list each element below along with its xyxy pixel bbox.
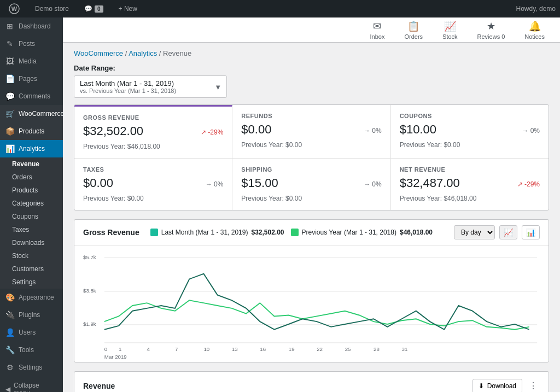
legend-checkbox-1[interactable] (150, 229, 158, 236)
download-icon: ⬇ (479, 382, 484, 390)
x-label-16: 16 (260, 346, 266, 352)
submenu-item-downloads[interactable]: Downloads (0, 236, 63, 249)
submenu-item-customers[interactable]: Customers (0, 262, 63, 276)
orders-label: Orders (404, 33, 423, 40)
orders-button[interactable]: 📋 Orders (400, 18, 427, 42)
sidebar-item-settings[interactable]: ⚙ Settings (0, 359, 63, 376)
main-content: ✉ Inbox 📋 Orders 📈 Stock ★ Reviews 0 🔔 (63, 17, 560, 392)
sidebar-item-media[interactable]: 🖼 Media (0, 52, 63, 70)
net-revenue-previous: Previous Year: $46,018.00 (400, 195, 540, 202)
x-label-10: 10 (203, 346, 209, 352)
comments-button[interactable]: 💬 0 (80, 0, 108, 17)
media-icon: 🖼 (5, 57, 14, 66)
notices-button[interactable]: 🔔 Notices (520, 18, 549, 42)
inbox-label: Inbox (370, 33, 385, 40)
sidebar-item-products[interactable]: 📦 Products (0, 122, 63, 140)
sidebar-item-users[interactable]: 👤 Users (0, 324, 63, 341)
legend-checkbox-2[interactable] (291, 229, 299, 236)
shipping-value: $15.00 (241, 176, 278, 190)
chart-body: $5.7k $3.8k $1.9k (74, 245, 549, 362)
submenu-item-products[interactable]: Products (0, 184, 63, 197)
stat-refunds: REFUNDS $0.00 → 0% Previous Year: $0.00 (232, 105, 390, 158)
site-name-button[interactable]: Demo store (31, 0, 73, 17)
submenu-label-customers: Customers (12, 265, 44, 273)
new-content-button[interactable]: + New (114, 0, 142, 17)
sidebar-label-products: Products (19, 127, 44, 135)
refunds-label: REFUNDS (241, 113, 381, 119)
stat-coupons: COUPONS $10.00 → 0% Previous Year: $0.00 (391, 105, 549, 158)
sidebar-label-pages: Pages (19, 75, 37, 83)
stats-row-2: TAXES $0.00 → 0% Previous Year: $0.00 SH… (74, 159, 549, 210)
orders-icon: 📋 (407, 20, 419, 32)
sidebar-label-settings: Settings (19, 364, 42, 371)
submenu-item-orders[interactable]: Orders (0, 171, 63, 184)
sidebar-item-pages[interactable]: 📄 Pages (0, 70, 63, 87)
submenu-item-taxes[interactable]: Taxes (0, 223, 63, 236)
sidebar-item-analytics[interactable]: 📊 Analytics (0, 140, 63, 157)
revenue-table-header: Revenue ⬇ Download ⋮ (74, 372, 549, 392)
submenu-item-settings[interactable]: Settings (0, 276, 63, 289)
stat-gross-revenue: GROSS REVENUE $32,502.00 ↗ -29% Previous… (74, 105, 232, 158)
svg-text:W: W (11, 5, 18, 12)
revenue-actions: ⬇ Download ⋮ (472, 378, 540, 392)
by-day-select[interactable]: By day (454, 225, 495, 239)
chart-legend-1: Last Month (Mar 1 - 31, 2019) $32,502.00 (150, 229, 284, 236)
breadcrumb-analytics[interactable]: Analytics (129, 49, 157, 57)
date-range-select[interactable]: Last Month (Mar 1 - 31, 2019) vs. Previo… (74, 75, 227, 98)
sidebar-item-tools[interactable]: 🔧 Tools (0, 341, 63, 359)
refunds-value: $0.00 (241, 122, 271, 137)
line-chart-button[interactable]: 📈 (499, 225, 517, 239)
submenu-item-stock[interactable]: Stock (0, 249, 63, 262)
sidebar-item-appearance[interactable]: 🎨 Appearance (0, 289, 63, 306)
notices-icon: 🔔 (529, 20, 541, 32)
settings-icon: ⚙ (5, 363, 14, 372)
net-revenue-delta: ↗ -29% (517, 180, 540, 188)
bar-chart-button[interactable]: 📊 (522, 225, 540, 239)
notices-label: Notices (524, 33, 545, 40)
submenu-item-categories[interactable]: Categories (0, 197, 63, 210)
sidebar-item-dashboard[interactable]: ⊞ Dashboard (0, 17, 63, 35)
comments-nav-icon: 💬 (5, 92, 14, 101)
refunds-previous: Previous Year: $0.00 (241, 141, 381, 149)
collapse-menu-button[interactable]: ◀ Collapse menu (0, 376, 63, 392)
reviews-label: Reviews 0 (477, 33, 505, 40)
users-icon: 👤 (5, 328, 14, 337)
revenue-table-title: Revenue (83, 382, 115, 390)
wp-logo-button[interactable]: W (4, 0, 24, 17)
submenu-label-downloads: Downloads (12, 239, 44, 247)
sidebar-label-tools: Tools (19, 346, 34, 354)
stat-net-revenue: NET REVENUE $32,487.00 ↗ -29% Previous Y… (391, 159, 549, 210)
chart-legend1-label: Last Month (Mar 1 - 31, 2019) (161, 229, 248, 236)
download-button[interactable]: ⬇ Download (472, 379, 522, 393)
collapse-icon: ◀ (5, 385, 10, 392)
x-label-13: 13 (232, 346, 238, 352)
gross-revenue-previous: Previous Year: $46,018.00 (83, 143, 223, 150)
sidebar-item-plugins[interactable]: 🔌 Plugins (0, 306, 63, 324)
products-icon: 📦 (5, 127, 14, 136)
revenue-section: Revenue ⬇ Download ⋮ Date ↓ Orders (74, 371, 549, 392)
chart-legend1-value: $32,502.00 (251, 229, 284, 236)
sidebar-label-analytics: Analytics (19, 145, 45, 153)
stock-label: Stock (442, 33, 458, 40)
x-label-31: 31 (402, 346, 408, 352)
x-label-0: 0 (104, 346, 108, 352)
sidebar-item-posts[interactable]: ✎ Posts (0, 35, 63, 52)
reviews-button[interactable]: ★ Reviews 0 (473, 18, 510, 42)
submenu-label-taxes: Taxes (12, 226, 29, 233)
submenu-item-revenue[interactable]: Revenue (0, 157, 63, 171)
plugins-icon: 🔌 (5, 311, 14, 319)
submenu-label-settings: Settings (12, 278, 36, 286)
breadcrumb-woocommerce[interactable]: WooCommerce (74, 49, 123, 57)
sidebar-item-woocommerce[interactable]: 🛒 WooCommerce (0, 105, 63, 122)
sidebar-item-comments[interactable]: 💬 Comments (0, 87, 63, 105)
inbox-button[interactable]: ✉ Inbox (366, 18, 389, 42)
sidebar-label-posts: Posts (19, 40, 35, 48)
y-label-57k: $5.7k (83, 254, 96, 260)
x-label-25: 25 (345, 346, 351, 352)
date-range-section: Date Range: Last Month (Mar 1 - 31, 2019… (74, 64, 549, 98)
more-options-button[interactable]: ⋮ (527, 378, 540, 392)
submenu-item-coupons[interactable]: Coupons (0, 210, 63, 223)
x-label-1: 1 (119, 346, 121, 352)
date-range-main: Last Month (Mar 1 - 31, 2019) (80, 79, 210, 87)
stock-button[interactable]: 📈 Stock (438, 18, 462, 42)
